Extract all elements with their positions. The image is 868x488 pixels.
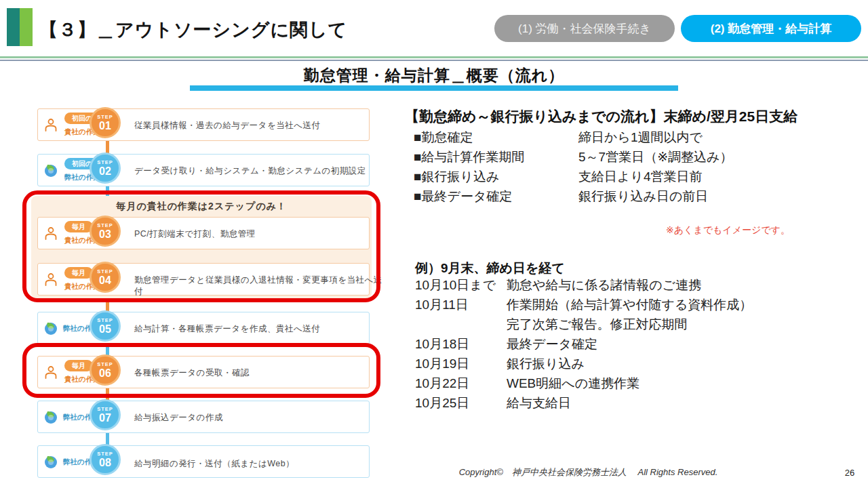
step-circle-05: STEP 05 (90, 310, 121, 342)
summary-item-label: ■給与計算作業期間 (414, 148, 578, 166)
tab-labor-social-insurance[interactable]: (1) 労働・社会保険手続き (494, 15, 675, 42)
step-circle-07: STEP 07 (90, 399, 121, 430)
summary-item: ■勤怠確定 締日から1週間以内で (414, 129, 861, 146)
footer-copyright: Copyright© 神戸中央社会保険労務士法人 All Rights Rese… (407, 466, 770, 479)
person-icon (43, 225, 59, 241)
summary-item-value: 支給日より4営業日前 (578, 168, 702, 186)
summary-item-label: ■最終データ確定 (414, 188, 578, 205)
person-icon (43, 271, 59, 287)
schedule-row: 10月10日まで 勤怠や給与に係る諸情報のご連携 (415, 277, 863, 294)
person-icon (43, 364, 59, 380)
image-disclaimer-note: ※あくまでもイメージです。 (529, 224, 790, 237)
company-logo-icon (43, 409, 59, 425)
summary-item-label: ■銀行振り込み (414, 168, 578, 186)
schedule-desc: 銀行振り込み (507, 355, 585, 373)
frequency-badge: 毎月 (64, 221, 93, 232)
step-description: 給与計算・各種帳票データを作成、貴社へ送付 (134, 323, 320, 335)
step-number: 08 (99, 457, 111, 468)
monthly-steps-box-title: 毎月の貴社の作業は2ステップのみ！ (31, 201, 372, 213)
schedule-row: 10月22日 WEB明細への連携作業 (415, 375, 863, 392)
schedule-date: 10月22日 (415, 375, 507, 392)
step-number: 05 (99, 323, 111, 335)
step-description: PC/打刻端末で打刻、勤怠管理 (134, 228, 256, 240)
schedule-date: 10月18日 (415, 336, 507, 353)
schedule-row: 完了次第ご報告。修正対応期間 (415, 316, 863, 333)
page-number: 26 (840, 468, 860, 478)
schedule-desc: 作業開始（給与計算や付随する資料作成） (507, 296, 752, 314)
step-circle-03: STEP 03 (90, 216, 121, 247)
summary-item-label: ■勤怠確定 (414, 129, 578, 146)
step-circle-01: STEP 01 (90, 107, 121, 138)
tab-label: (2) 勤怠管理・給与計算 (711, 21, 832, 37)
summary-item: ■銀行振り込み 支給日より4営業日前 (414, 168, 861, 186)
step-description: 給与明細の発行・送付（紙またはWeb） (134, 458, 294, 470)
tab-attendance-payroll[interactable]: (2) 勤怠管理・給与計算 (681, 15, 861, 42)
flow-diagram: 毎月の貴社の作業は2ステップのみ！ 初回のみ 貴社の作業 STEP 01 従業員… (0, 0, 390, 488)
step-number: 06 (99, 367, 111, 379)
summary-item: ■最終データ確定 銀行振り込み日の前日 (414, 188, 861, 205)
step-circle-04: STEP 04 (90, 262, 121, 293)
step-circle-02: STEP 02 (90, 152, 121, 184)
company-logo-icon (43, 162, 59, 178)
slide: 【３】＿アウトソーシングに関して (1) 労働・社会保険手続き (2) 勤怠管理… (0, 0, 868, 488)
step-number: 02 (99, 165, 111, 177)
step-description: 従業員様情報・過去の給与データを当社へ送付 (134, 120, 320, 131)
company-logo-icon (43, 320, 59, 336)
step-number: 04 (99, 274, 111, 286)
schedule-date: 10月25日 (415, 394, 507, 412)
step-description: 給与振込データの作成 (134, 412, 223, 424)
step-number: 03 (99, 228, 111, 240)
step-description: データ受け取り・給与システム・勤怠システムの初期設定 (134, 165, 366, 177)
frequency-badge: 毎月 (64, 360, 93, 371)
example-heading: 例）9月末、締め日を経て (415, 260, 565, 277)
company-logo-icon (43, 453, 59, 470)
step-description: 勤怠管理データと従業員様の入退社情報・変更事項を当社へ送付 (134, 274, 390, 298)
step-circle-08: STEP 08 (90, 444, 121, 475)
schedule-row: 10月19日 銀行振り込み (415, 355, 863, 373)
schedule-date: 10月19日 (415, 355, 507, 373)
step-number: 01 (99, 120, 111, 131)
schedule-row: 10月25日 給与支給日 (415, 394, 863, 412)
schedule-date: 10月10日まで (415, 277, 507, 294)
schedule-row: 10月18日 最終データ確定 (415, 336, 863, 353)
tab-label: (1) 労働・社会保険手続き (518, 21, 651, 37)
schedule-desc: 最終データ確定 (507, 336, 597, 353)
schedule-row: 10月11日 作業開始（給与計算や付随する資料作成） (415, 296, 863, 314)
schedule-desc: 勤怠や給与に係る諸情報のご連携 (507, 277, 701, 294)
schedule-desc: 完了次第ご報告。修正対応期間 (507, 316, 687, 333)
step-number: 07 (99, 412, 111, 424)
summary-item-value: 5～7営業日（※調整込み） (578, 148, 733, 166)
summary-item: ■給与計算作業期間 5～7営業日（※調整込み） (414, 148, 861, 166)
frequency-badge: 毎月 (64, 267, 93, 279)
schedule-date (415, 316, 507, 333)
summary-heading: 【勤怠締め～銀行振り込みまでの流れ】末締め/翌月25日支給 (405, 107, 866, 126)
step-circle-06: STEP 06 (90, 354, 121, 386)
step-description: 各種帳票データの受取・確認 (134, 367, 250, 379)
person-icon (43, 117, 59, 133)
schedule-desc: 給与支給日 (507, 394, 571, 412)
summary-item-value: 締日から1週間以内で (578, 129, 703, 146)
summary-item-value: 銀行振り込み日の前日 (578, 188, 708, 205)
schedule-date: 10月11日 (415, 296, 507, 314)
schedule-desc: WEB明細への連携作業 (507, 375, 639, 392)
